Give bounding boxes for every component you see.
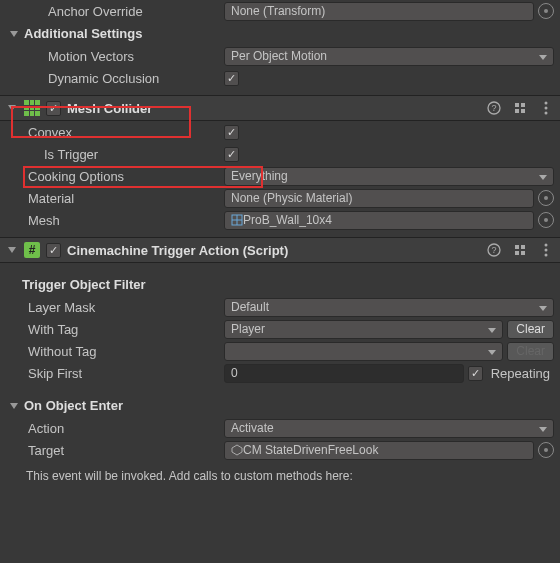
- repeating-label: Repeating: [487, 366, 554, 381]
- svg-rect-16: [515, 251, 519, 255]
- help-icon[interactable]: ?: [486, 100, 502, 116]
- with-tag-clear-button[interactable]: Clear: [507, 320, 554, 339]
- additional-settings-header: Additional Settings: [24, 26, 142, 41]
- with-tag-dropdown[interactable]: Player: [224, 320, 503, 339]
- material-value: None (Physic Material): [231, 191, 352, 205]
- help-icon[interactable]: ?: [486, 242, 502, 258]
- anchor-override-field[interactable]: None (Transform): [224, 2, 534, 21]
- cooking-options-dropdown[interactable]: Everything: [224, 167, 554, 186]
- with-tag-value: Player: [231, 322, 265, 336]
- object-picker-icon[interactable]: [538, 212, 554, 228]
- skip-first-label: Skip First: [6, 366, 224, 381]
- convex-checkbox[interactable]: [224, 125, 239, 140]
- cooking-options-label: Cooking Options: [6, 169, 224, 184]
- cooking-options-value: Everything: [231, 169, 288, 183]
- foldout-icon[interactable]: [8, 400, 20, 412]
- svg-text:?: ?: [491, 245, 496, 255]
- mesh-collider-enable-checkbox[interactable]: [46, 101, 61, 116]
- gameobject-icon: [231, 444, 243, 456]
- script-icon: #: [24, 242, 40, 258]
- kebab-menu-icon[interactable]: [538, 242, 554, 258]
- skip-first-field[interactable]: 0: [224, 364, 464, 383]
- mesh-value: ProB_Wall_10x4: [243, 213, 332, 227]
- svg-point-18: [545, 244, 548, 247]
- svg-text:?: ?: [491, 103, 496, 113]
- action-dropdown[interactable]: Activate: [224, 419, 554, 438]
- motion-vectors-label: Motion Vectors: [6, 49, 224, 64]
- cinemachine-enable-checkbox[interactable]: [46, 243, 61, 258]
- svg-rect-2: [515, 103, 519, 107]
- cinemachine-title: Cinemachine Trigger Action (Script): [67, 243, 480, 258]
- preset-icon[interactable]: [512, 100, 528, 116]
- svg-rect-14: [515, 245, 519, 249]
- with-tag-label: With Tag: [6, 322, 224, 337]
- dynamic-occlusion-label: Dynamic Occlusion: [6, 71, 224, 86]
- mesh-collider-header[interactable]: Mesh Collider ?: [0, 95, 560, 121]
- target-field[interactable]: CM StateDrivenFreeLook: [224, 441, 534, 460]
- layer-mask-value: Default: [231, 300, 269, 314]
- motion-vectors-value: Per Object Motion: [231, 49, 327, 63]
- svg-point-6: [545, 102, 548, 105]
- foldout-icon[interactable]: [8, 28, 20, 40]
- mesh-label: Mesh: [6, 213, 224, 228]
- repeating-checkbox[interactable]: [468, 366, 483, 381]
- foldout-icon[interactable]: [6, 102, 18, 114]
- object-picker-icon[interactable]: [538, 190, 554, 206]
- object-picker-icon[interactable]: [538, 3, 554, 19]
- svg-point-8: [545, 112, 548, 115]
- svg-rect-15: [521, 245, 525, 249]
- convex-label: Convex: [6, 125, 224, 140]
- svg-rect-4: [515, 109, 519, 113]
- anchor-override-value: None (Transform): [231, 4, 325, 18]
- mesh-collider-title: Mesh Collider: [67, 101, 480, 116]
- mesh-asset-icon: [231, 214, 243, 226]
- without-tag-label: Without Tag: [6, 344, 224, 359]
- svg-point-20: [545, 254, 548, 257]
- mesh-field[interactable]: ProB_Wall_10x4: [224, 211, 534, 230]
- without-tag-clear-button[interactable]: Clear: [507, 342, 554, 361]
- is-trigger-label: Is Trigger: [6, 147, 224, 162]
- svg-rect-3: [521, 103, 525, 107]
- svg-rect-17: [521, 251, 525, 255]
- event-note: This event will be invoked. Add calls to…: [0, 461, 560, 491]
- action-value: Activate: [231, 421, 274, 435]
- mesh-collider-icon: [24, 100, 40, 116]
- foldout-icon[interactable]: [6, 244, 18, 256]
- svg-rect-5: [521, 109, 525, 113]
- anchor-override-label: Anchor Override: [6, 4, 224, 19]
- svg-point-19: [545, 249, 548, 252]
- layer-mask-label: Layer Mask: [6, 300, 224, 315]
- on-object-enter-header: On Object Enter: [24, 398, 123, 413]
- layer-mask-dropdown[interactable]: Default: [224, 298, 554, 317]
- trigger-filter-header: Trigger Object Filter: [22, 277, 146, 292]
- material-label: Material: [6, 191, 224, 206]
- kebab-menu-icon[interactable]: [538, 100, 554, 116]
- motion-vectors-dropdown[interactable]: Per Object Motion: [224, 47, 554, 66]
- svg-point-7: [545, 107, 548, 110]
- preset-icon[interactable]: [512, 242, 528, 258]
- material-field[interactable]: None (Physic Material): [224, 189, 534, 208]
- object-picker-icon[interactable]: [538, 442, 554, 458]
- cinemachine-header[interactable]: # Cinemachine Trigger Action (Script) ?: [0, 237, 560, 263]
- target-value: CM StateDrivenFreeLook: [243, 443, 378, 457]
- target-label: Target: [6, 443, 224, 458]
- dynamic-occlusion-checkbox[interactable]: [224, 71, 239, 86]
- action-label: Action: [6, 421, 224, 436]
- is-trigger-checkbox[interactable]: [224, 147, 239, 162]
- without-tag-dropdown[interactable]: [224, 342, 503, 361]
- skip-first-value: 0: [231, 366, 238, 380]
